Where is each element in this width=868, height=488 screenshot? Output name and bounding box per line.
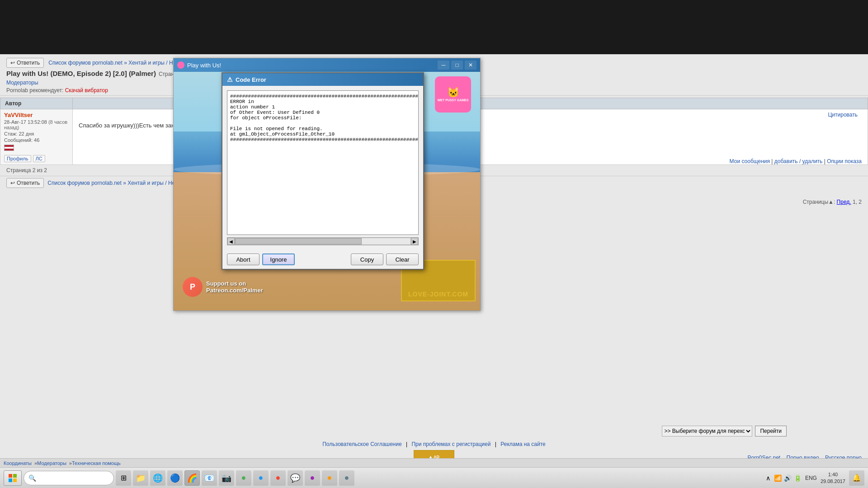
tray-arrow[interactable]: ∧: [764, 474, 772, 482]
patreon-banner: P Support us onPatreon.com/Palmer: [183, 277, 263, 297]
maximize-button[interactable]: □: [451, 61, 463, 70]
reply-icon-bottom: ↩: [10, 180, 15, 186]
app7-taskbar[interactable]: ●: [305, 470, 320, 486]
taskbar-search[interactable]: 🔍: [24, 471, 114, 485]
window-title-left: Play with Us!: [177, 61, 221, 69]
taskbar-date: 29.08.2017: [821, 478, 845, 484]
win-icon-blue: [9, 479, 12, 482]
coords-link[interactable]: Координаты: [4, 460, 32, 466]
ie-taskbar[interactable]: 🌐: [150, 470, 165, 486]
taskbar-time: 1:40: [821, 471, 845, 478]
win-icon-yellow: [13, 479, 17, 482]
app5-taskbar[interactable]: ●: [270, 470, 286, 486]
scroll-left-btn[interactable]: ◀: [227, 238, 235, 245]
app6-icon: 💬: [290, 473, 300, 483]
window-controls: ─ □ ✕: [438, 61, 476, 70]
app1-icon: 📧: [204, 473, 214, 483]
app2-icon: 📷: [222, 473, 231, 483]
code-error-dialog: ⚠ Code Error ◀ ▶ Abort Ignore Copy Clear: [222, 72, 424, 270]
right-panel: Мои сообщения | добавить / удалить | Опц…: [730, 158, 862, 164]
window-titlebar: Play with Us! ─ □ ✕: [174, 58, 480, 72]
author-col-header: Автор: [0, 98, 73, 109]
reply-button-bottom[interactable]: ↩ Ответить: [6, 178, 44, 188]
copy-button[interactable]: Copy: [351, 253, 383, 265]
app2-taskbar[interactable]: 📷: [219, 470, 234, 486]
close-button[interactable]: ✕: [465, 61, 476, 70]
battery-icon[interactable]: 🔋: [794, 474, 802, 482]
file-explorer-icon: 📁: [136, 473, 146, 483]
user-agreement-link[interactable]: Пользовательское Соглашение: [322, 441, 401, 447]
cortana-icon: 🔵: [170, 473, 180, 483]
moderators-link[interactable]: Модераторы: [6, 80, 38, 86]
author-name: YaVViltser: [4, 112, 69, 118]
start-button[interactable]: [4, 470, 22, 486]
task-view-button[interactable]: ⊞: [116, 470, 131, 486]
my-messages-link[interactable]: Мои сообщения: [730, 158, 770, 164]
app3-taskbar[interactable]: ●: [236, 470, 251, 486]
scroll-right-btn[interactable]: ▶: [411, 238, 418, 245]
scroll-track[interactable]: [235, 238, 411, 245]
forum-select[interactable]: >> Выберите форум для перехода: [662, 426, 752, 436]
chrome-taskbar[interactable]: 🌈: [184, 470, 200, 486]
taskbar-right: ∧ 📶 🔊 🔋 ENG 1:40 29.08.2017 🔔: [764, 470, 864, 486]
app1-taskbar[interactable]: 📧: [202, 470, 217, 486]
minimize-button[interactable]: ─: [438, 61, 449, 70]
moderators-coord-link[interactable]: Модераторы: [37, 460, 66, 466]
chrome-icon: 🌈: [187, 473, 197, 483]
pornolab-link[interactable]: Скачай вибратор: [65, 87, 108, 94]
dialog-header: ⚠ Code Error: [222, 73, 423, 86]
app4-taskbar[interactable]: ●: [253, 470, 269, 486]
abort-button[interactable]: Abort: [227, 253, 259, 265]
ls-link[interactable]: ЛС: [33, 155, 45, 162]
post-date: 28-Авг-17 13:52:08: [4, 119, 47, 125]
prev-bottom-link[interactable]: Пред.: [837, 199, 851, 205]
reply-button-top[interactable]: ↩ Ответить: [6, 58, 44, 68]
app3-icon: ●: [241, 473, 246, 483]
volume-icon[interactable]: 🔊: [784, 474, 792, 482]
reply-icon-top: ↩: [10, 60, 15, 66]
game-window-icon: [177, 61, 184, 69]
network-icon[interactable]: 📶: [774, 474, 782, 482]
lang-indicator[interactable]: ENG: [805, 475, 817, 481]
cite-button[interactable]: Цитировать: [828, 112, 858, 118]
profile-link[interactable]: Профиль: [4, 155, 31, 162]
bottom-select-row: >> Выберите форум для перехода Перейти: [662, 426, 787, 436]
game-logo: 🐱 WET PUSSY GAMES: [435, 76, 471, 113]
dialog-title-icon: ⚠: [227, 76, 233, 83]
notifications-button[interactable]: 🔔: [849, 470, 864, 486]
ignore-button[interactable]: Ignore: [262, 253, 295, 265]
taskbar-clock[interactable]: 1:40 29.08.2017: [821, 471, 845, 484]
dialog-buttons: Abort Ignore Copy Clear: [222, 250, 423, 269]
app9-taskbar[interactable]: ●: [339, 470, 354, 486]
tech-help-link[interactable]: Техническая помощь: [72, 460, 121, 466]
error-textarea[interactable]: [227, 90, 419, 235]
clear-button[interactable]: Clear: [386, 253, 419, 265]
scrollbar-row[interactable]: ◀ ▶: [227, 237, 419, 245]
registration-help-link[interactable]: При проблемах с регистрацией: [411, 441, 491, 447]
coord-bar: Координаты » Модераторы » Техническая по…: [0, 458, 868, 467]
add-delete-link[interactable]: добавить / удалить: [774, 158, 823, 164]
messages-row: Сообщений: 46: [4, 137, 69, 143]
system-tray: ∧ 📶 🔊 🔋: [764, 474, 802, 482]
profile-links: Профиль ЛС: [4, 155, 69, 162]
windows-icon: [9, 474, 17, 482]
go-button[interactable]: Перейти: [755, 426, 787, 436]
cortana-taskbar[interactable]: 🔵: [167, 470, 183, 486]
patreon-text: Support us onPatreon.com/Palmer: [206, 280, 263, 294]
us-flag-icon: [4, 145, 14, 151]
app7-icon: ●: [310, 473, 315, 483]
game-logo-text: WET PUSSY GAMES: [438, 99, 469, 102]
app9-icon: ●: [344, 473, 349, 483]
page-title-left: Play with Us! (DEMO, Episode 2) [2.0] (P…: [6, 70, 156, 77]
options-link[interactable]: Опции показа: [827, 158, 862, 164]
app6-taskbar[interactable]: 💬: [288, 470, 303, 486]
dialog-title-text: Code Error: [236, 76, 266, 83]
advertising-link[interactable]: Реклама на сайте: [500, 441, 546, 447]
win-icon-green: [13, 474, 17, 478]
file-explorer-taskbar[interactable]: 📁: [133, 470, 148, 486]
stazh-row: Стаж: 22 дня: [4, 131, 69, 136]
pages-bottom-right: Страницы▲: Пред. 1, 2: [803, 199, 862, 205]
app5-icon: ●: [276, 473, 281, 483]
scroll-thumb[interactable]: [235, 238, 362, 244]
app8-taskbar[interactable]: ●: [322, 470, 337, 486]
